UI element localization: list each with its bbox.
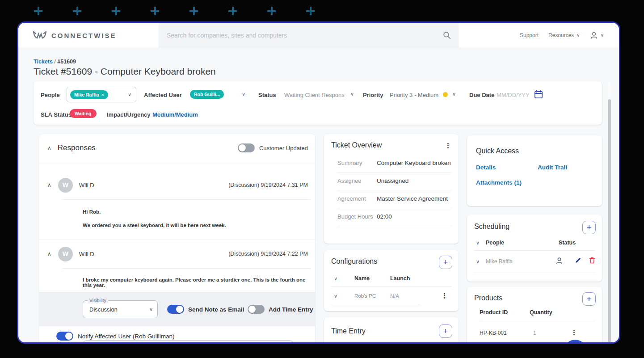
config-col-launch: Launch — [390, 275, 410, 282]
kebab-menu-icon[interactable]: ⋮ — [445, 142, 451, 150]
ticket-overview-panel: Ticket Overview ⋮ Summary Computer Keybo… — [324, 134, 459, 244]
quick-access-title: Quick Access — [476, 147, 519, 155]
backdrop-plus-icon — [189, 7, 198, 15]
backdrop-plus-icon — [267, 7, 276, 15]
priority-label: Priority — [363, 92, 383, 98]
add-time-entry-label: Add Time Entry — [269, 306, 313, 313]
product-row-quantity: 1 — [533, 330, 536, 336]
response-entry: ∧ W Will D (Discussion) 9/19/2024 7:22 P… — [39, 244, 315, 264]
customer-updated-toggle[interactable] — [238, 143, 255, 152]
products-col-quantity: Quantity — [530, 309, 552, 316]
notify-affected-user-toggle[interactable] — [56, 332, 73, 341]
search-icon[interactable] — [443, 31, 451, 39]
products-title: Products — [474, 294, 502, 302]
scheduling-col-status: Status — [559, 240, 576, 246]
configurations-title: Configurations — [331, 257, 377, 265]
send-note-email-toggle[interactable] — [167, 305, 184, 314]
sla-status-label: SLA Status — [41, 111, 72, 118]
avatar: W — [58, 178, 73, 193]
scheduling-row-name[interactable]: Mike Raffia — [486, 258, 513, 265]
people-select[interactable]: Mike Raffia × ∨ — [67, 87, 136, 102]
add-schedule-button[interactable]: + — [582, 221, 596, 234]
edit-pencil-icon[interactable] — [574, 257, 581, 264]
support-link[interactable]: Support — [520, 32, 539, 38]
search-input[interactable] — [167, 32, 443, 39]
kebab-menu-icon[interactable]: ⋮ — [441, 292, 448, 300]
user-icon — [590, 31, 598, 39]
due-date-value[interactable]: MM/DD/YYY — [497, 92, 530, 98]
response-author: Will D — [79, 182, 94, 189]
priority-value[interactable]: Priority 3 - Medium — [390, 92, 438, 98]
kebab-menu-icon[interactable]: ⋮ — [571, 329, 577, 337]
product-row-id[interactable]: HP-KB-001 — [480, 330, 507, 336]
visibility-legend: Visibility — [88, 298, 108, 303]
logo-text: CONNECTWISE — [51, 32, 117, 39]
backdrop-plus-icon — [112, 7, 120, 15]
audit-trail-link[interactable]: Audit Trail — [538, 164, 567, 171]
add-configuration-button[interactable]: + — [439, 256, 452, 269]
person-status-icon[interactable] — [556, 257, 563, 265]
collapse-chevron-up-icon[interactable]: ∧ — [47, 251, 51, 257]
note-text-input[interactable] — [83, 340, 294, 344]
chevron-down-icon[interactable]: ∨ — [334, 294, 337, 299]
config-row-name[interactable]: Rob's PC — [354, 293, 376, 299]
overview-row: Summary Computer Keyboard broken — [337, 155, 451, 173]
resources-menu[interactable]: Resources ∨ — [548, 32, 580, 38]
add-time-entry-button[interactable]: + — [439, 324, 452, 338]
details-link[interactable]: Details — [476, 164, 496, 171]
config-row-launch: N/A — [390, 293, 399, 299]
collapse-chevron-up-icon[interactable]: ∧ — [47, 145, 51, 151]
screen: CONNECTWISE Support Resources ∨ — [0, 0, 644, 358]
breadcrumb-tickets-link[interactable]: Tickets — [34, 59, 53, 65]
backdrop-plus-icon — [228, 7, 237, 15]
response-meta: (Discussion) 9/19/2024 7:31 PM — [228, 182, 308, 188]
chevron-down-icon[interactable]: ∨ — [476, 240, 480, 245]
visibility-select[interactable]: Visibility Discussion ∨ — [83, 300, 158, 318]
time-entry-panel: Time Entry + — [324, 317, 459, 344]
scheduling-panel: Scheduling + ∨ People Status ∨ Mike Raff… — [467, 215, 602, 282]
status-value[interactable]: Waiting Client Respons — [284, 92, 345, 98]
scheduling-title: Scheduling — [474, 223, 509, 231]
impact-urgency-label: Impact/Urgency — [107, 111, 151, 118]
delete-trash-icon[interactable] — [589, 257, 596, 264]
response-meta: (Discussion) 9/19/2024 7:22 PM — [228, 251, 308, 257]
quick-access-panel: Quick Access Details Audit Trail Attachm… — [467, 135, 602, 206]
people-chip[interactable]: Mike Raffia × — [70, 90, 108, 99]
collapse-chevron-up-icon[interactable]: ∧ — [47, 182, 51, 188]
chevron-down-icon[interactable]: ∨ — [350, 92, 354, 97]
response-body-line: Hi Rob, — [83, 209, 101, 215]
backdrop-plus-icon — [306, 7, 315, 15]
chevron-down-icon[interactable]: ∨ — [452, 92, 456, 97]
people-label: People — [41, 92, 60, 98]
backdrop-plus-icon — [34, 7, 42, 15]
global-search — [159, 23, 459, 48]
chevron-down-icon: ∨ — [149, 307, 153, 312]
account-menu[interactable]: ∨ — [590, 31, 604, 39]
top-header: CONNECTWISE Support Resources ∨ — [18, 23, 619, 48]
chevron-down-icon[interactable]: ∨ — [334, 276, 337, 281]
impact-urgency-value[interactable]: Medium/Medium — [152, 111, 198, 118]
products-col-id: Product ID — [480, 309, 508, 316]
avatar: W — [58, 247, 73, 261]
app-window: CONNECTWISE Support Resources ∨ — [17, 21, 620, 344]
chevron-down-icon[interactable]: ∨ — [242, 92, 245, 97]
sla-status-badge: Waiting — [70, 109, 97, 118]
add-product-button[interactable]: + — [582, 292, 596, 306]
priority-dot-icon — [443, 92, 448, 97]
visibility-value: Discussion — [89, 306, 118, 313]
customer-updated-label: Customer Updated — [259, 145, 308, 152]
calendar-icon[interactable] — [534, 90, 543, 99]
scheduling-col-people: People — [486, 240, 504, 246]
responses-panel: ∧ Responses Customer Updated ∧ W Will D … — [39, 134, 315, 344]
products-panel: Products + Product ID Quantity HP-KB-001… — [467, 287, 602, 344]
chevron-down-icon[interactable]: ∨ — [476, 259, 480, 264]
chevron-down-icon: ∨ — [128, 92, 131, 97]
add-time-entry-toggle[interactable] — [248, 305, 265, 314]
response-body-line: I broke my computer keyboard again. Plea… — [83, 277, 315, 288]
scrollbar-thumb[interactable] — [608, 99, 611, 342]
overview-row: Assignee Unassigned — [337, 173, 451, 190]
attachments-link[interactable]: Attachments (1) — [476, 179, 522, 186]
breadcrumb: Tickets / #51609 — [34, 59, 76, 65]
affected-user-chip[interactable]: Rob Guilli... — [190, 90, 224, 99]
chip-close-icon[interactable]: × — [101, 92, 104, 97]
